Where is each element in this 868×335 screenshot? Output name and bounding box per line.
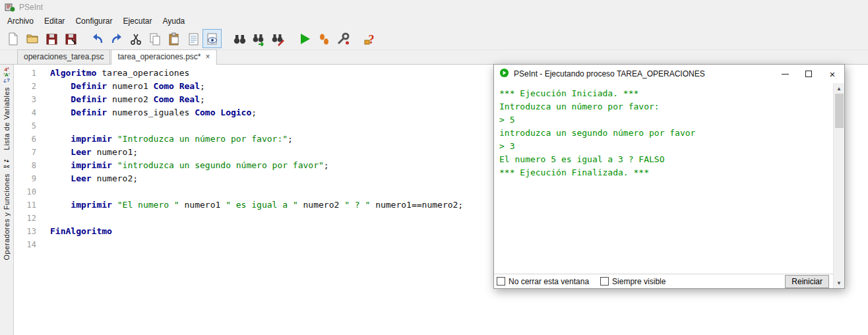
tools-icon	[336, 32, 350, 46]
redo-icon	[109, 32, 124, 46]
help-icon: ?	[363, 32, 377, 46]
line-number: 7	[14, 146, 36, 159]
find-button[interactable]	[230, 29, 249, 48]
syntax-eye-button[interactable]	[202, 29, 222, 48]
code-text: FinAlgoritmo	[36, 225, 112, 238]
console-column: *** Ejecución Iniciada. ***Introduzca un…	[494, 83, 833, 288]
svg-text:?: ?	[368, 33, 374, 46]
document-preview-button[interactable]	[183, 29, 202, 48]
console-line: Introduzca un número por favor:	[499, 100, 828, 113]
panel-toggle-operadores-y-funciones[interactable]: Operadores y Funciones	[3, 173, 11, 260]
pseint-app-window: PSeInt ArchivoEditarConfigurarEjecutarAy…	[0, 0, 868, 335]
operators-icon: *+=<	[3, 159, 9, 169]
run-button[interactable]	[295, 29, 314, 48]
execution-window-title: PSeInt - Ejecutando proceso TAREA_OPERAC…	[514, 69, 705, 78]
tab-close-icon[interactable]: ×	[206, 53, 210, 60]
line-number: 10	[14, 185, 36, 198]
scroll-down-icon[interactable]: ▼	[834, 278, 845, 288]
cut-icon	[129, 32, 143, 46]
execution-window-titlebar[interactable]: PSeInt - Ejecutando proceso TAREA_OPERAC…	[494, 65, 844, 83]
menu-editar[interactable]: Editar	[39, 15, 70, 27]
save-as-button[interactable]	[61, 29, 80, 48]
panel-toggle-lista-de-variables[interactable]: Lista de Variables	[3, 87, 11, 150]
paste-button[interactable]	[164, 29, 183, 48]
tab-2[interactable]: tarea_operaciones.psc*×	[111, 49, 216, 65]
tab-bar: operaciones_tarea.psctarea_operaciones.p…	[0, 50, 868, 65]
window-title: PSeInt	[19, 3, 43, 12]
minimize-icon	[782, 74, 789, 75]
menu-ayuda[interactable]: Ayuda	[157, 15, 190, 27]
replace-button[interactable]	[268, 29, 287, 48]
syntax-eye-icon	[205, 32, 220, 46]
execution-window-body: *** Ejecución Iniciada. ***Introduzca un…	[494, 83, 844, 288]
toolbar: ?	[0, 28, 868, 50]
code-text: Algoritmo tarea_operaciones	[36, 67, 189, 80]
execution-bottom-bar: No cerrar esta ventana Siempre visible R…	[494, 274, 833, 288]
execution-run-icon	[499, 68, 509, 80]
line-number: 13	[14, 225, 36, 238]
replace-icon	[270, 32, 285, 46]
line-number: 1	[14, 67, 36, 80]
close-button[interactable]: ×	[821, 65, 844, 83]
run-step-button[interactable]	[314, 29, 333, 48]
always-visible-checkbox[interactable]	[600, 277, 609, 286]
menu-ejecutar[interactable]: Ejecutar	[117, 15, 157, 27]
code-text: imprimir "introduzca un segundo número p…	[36, 159, 329, 172]
console-line: *** Ejecución Iniciada. ***	[499, 87, 828, 100]
find-next-button[interactable]	[249, 29, 268, 48]
line-number: 6	[14, 133, 36, 146]
menu-archivo[interactable]: Archivo	[2, 15, 39, 27]
redo-button[interactable]	[107, 29, 126, 48]
line-number: 11	[14, 198, 36, 212]
code-text: Definir numero2 Como Real;	[36, 93, 205, 106]
execution-window: PSeInt - Ejecutando proceso TAREA_OPERAC…	[493, 64, 845, 289]
scrollbar-thumb[interactable]	[835, 94, 844, 128]
document-preview-icon	[186, 32, 201, 46]
console-line: *** Ejecución Finalizada. ***	[499, 166, 828, 179]
no-close-checkbox[interactable]	[497, 277, 505, 286]
new-file-button[interactable]	[3, 29, 22, 48]
code-text: imprimir "El numero " numero1 " es igual…	[36, 198, 463, 212]
tools-button[interactable]	[333, 29, 352, 48]
variables-icon: 4²'A'¿?	[3, 67, 10, 83]
line-number: 12	[14, 212, 36, 225]
tab-label: operaciones_tarea.psc	[24, 52, 104, 61]
cut-button[interactable]	[126, 29, 145, 48]
close-icon: ×	[830, 69, 836, 79]
minimize-button[interactable]	[773, 65, 797, 83]
restart-button[interactable]: Reiniciar	[785, 275, 829, 288]
code-text	[36, 212, 50, 225]
open-file-button[interactable]	[22, 29, 42, 48]
code-text: imprimir "Introduzca un número por favor…	[36, 133, 293, 146]
menu-configurar[interactable]: Configurar	[70, 15, 117, 27]
copy-button[interactable]	[145, 29, 164, 48]
scroll-up-icon[interactable]: ▲	[834, 83, 845, 94]
always-visible-label: Siempre visible	[612, 277, 666, 286]
code-text: Definir numero1 Como Real;	[36, 80, 205, 93]
console-scrollbar[interactable]: ▲ ▼	[833, 83, 844, 288]
save-icon	[44, 32, 59, 46]
find-icon	[232, 32, 247, 46]
line-number: 5	[14, 119, 36, 133]
console-output: *** Ejecución Iniciada. ***Introduzca un…	[494, 83, 833, 274]
left-panel-strip: 4²'A'¿?Lista de Variables*+=<Operadores …	[0, 65, 14, 335]
console-line: El numero 5 es igual a 3 ? FALSO	[499, 153, 828, 166]
line-number: 3	[14, 93, 36, 106]
line-number: 14	[14, 238, 36, 251]
maximize-button[interactable]	[797, 65, 821, 83]
window-titlebar[interactable]: PSeInt	[0, 0, 868, 15]
code-text	[36, 185, 50, 198]
code-text: Definir numeros_iguales Como Logico;	[36, 106, 257, 119]
run-icon	[297, 32, 312, 46]
undo-button[interactable]	[88, 29, 107, 48]
find-next-icon	[251, 32, 266, 46]
tab-1[interactable]: operaciones_tarea.psc	[17, 49, 110, 64]
code-text: Leer numero1;	[36, 146, 138, 159]
save-button[interactable]	[42, 29, 61, 48]
pseint-logo-icon	[5, 2, 15, 13]
new-file-icon	[6, 32, 20, 46]
help-button[interactable]: ?	[360, 29, 379, 48]
line-number: 8	[14, 159, 36, 172]
console-line: > 5	[499, 113, 828, 127]
maximize-icon	[805, 71, 812, 77]
